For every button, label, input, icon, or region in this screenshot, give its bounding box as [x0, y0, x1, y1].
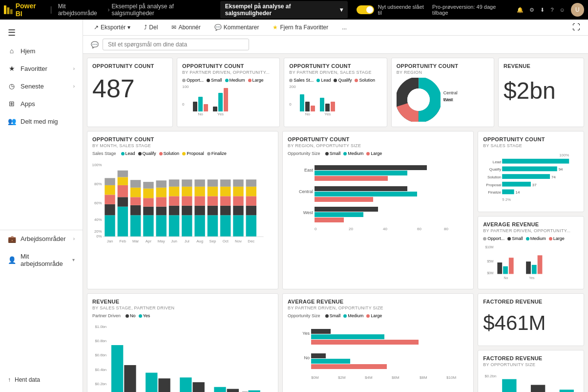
svg-rect-63 [233, 215, 243, 237]
avg-revenue-chart: $10M $5M $0M No Yes [483, 243, 579, 282]
opp-count-value: 487 [92, 70, 168, 108]
svg-text:$0.6bn: $0.6bn [95, 353, 106, 357]
svg-rect-71 [246, 187, 256, 196]
topbar-sep1: | [50, 5, 52, 14]
svg-text:$0M: $0M [311, 375, 319, 380]
sidebar-item-myworkspace[interactable]: 👤 Mit arbejdsområde ▾ [0, 248, 83, 272]
ask-input[interactable] [103, 39, 249, 50]
svg-text:100%: 100% [559, 153, 569, 157]
user-avatar[interactable]: U [571, 3, 584, 17]
svg-text:Central: Central [299, 189, 313, 194]
subscribe-icon: ✉ [171, 24, 176, 31]
svg-rect-110 [502, 174, 550, 179]
download-icon[interactable]: ⬇ [540, 7, 545, 13]
sidebar-item-favorites[interactable]: ★ Favoritter › [0, 60, 83, 77]
svg-text:5 2%: 5 2% [502, 197, 511, 202]
dashboard-content: Opportunity Count 487 Opportunity Count … [83, 54, 588, 392]
avg-revenue-legend: Opport... Small Medium Large [483, 236, 579, 241]
more-label: ... [342, 24, 347, 31]
svg-rect-105 [502, 159, 569, 164]
svg-text:80%: 80% [94, 182, 102, 186]
svg-rect-28 [143, 215, 153, 237]
bar-yes-medium [218, 93, 223, 111]
home-icon: ⌂ [8, 47, 16, 55]
svg-rect-24 [130, 205, 141, 215]
fav-star-icon: ★ [273, 24, 278, 31]
sb-no-qualify [305, 102, 310, 111]
fullscreen-button[interactable]: ⛶ [572, 23, 580, 32]
svg-text:$10M: $10M [446, 375, 456, 380]
svg-text:Finalize: Finalize [488, 190, 501, 195]
svg-rect-21 [118, 177, 128, 185]
legend-r-small: Small [325, 151, 341, 156]
get-data-button[interactable]: ↑ Hent data [0, 371, 83, 388]
card-revenue-sales: Revenue BY SALES STAGE, PARTNER DRIVEN P… [87, 293, 278, 392]
svg-rect-31 [143, 189, 153, 198]
sb-no-lead [300, 94, 304, 111]
sidebar-label-myworkspace: Mit arbejdsområde [21, 253, 67, 267]
export-button[interactable]: ↗ Eksportér ▾ [91, 22, 133, 32]
subscribe-button[interactable]: ✉ Abonnér [168, 22, 203, 32]
notification-icon[interactable]: 🔔 [517, 7, 524, 13]
sidebar-label-workspaces: Arbejdsområder [21, 235, 66, 242]
comment-button[interactable]: 💬 Kommentarer [211, 22, 262, 32]
svg-text:$0.2bn: $0.2bn [485, 374, 497, 378]
help-icon[interactable]: ? [550, 7, 553, 13]
svg-rect-124 [509, 258, 514, 274]
more-button[interactable]: ... [339, 22, 350, 32]
svg-rect-66 [233, 187, 243, 196]
opp-region-size-subtitle: BY REGION, OPPORTUNITY SIZE [288, 143, 468, 148]
svg-rect-32 [143, 182, 153, 189]
svg-text:0%: 0% [96, 234, 102, 239]
svg-text:Nov: Nov [235, 239, 242, 243]
sidebar-label-apps: Apps [21, 100, 35, 108]
settings-icon[interactable]: ⚙ [529, 7, 534, 13]
legend-opp-size: Opportunity Size [288, 151, 320, 156]
sidebar-item-recent[interactable]: ◷ Seneste › [0, 77, 83, 95]
sidebar-toggle[interactable]: ☰ [0, 23, 83, 42]
rev-sales-legend: Partner Driven No Yes [92, 313, 273, 318]
toolbar: ↗ Eksportér ▾ ⤴ Del ✉ Abonnér 💬 Kommenta… [83, 20, 588, 36]
factored-rev2-chart: $0.2bn $0.0bn Large [483, 370, 579, 392]
emoji-icon[interactable]: ☺ [560, 7, 565, 13]
rev-sales-subtitle: BY SALES STAGE, PARTNER DRIVEN [92, 305, 273, 310]
revenue-title: Revenue [504, 63, 579, 69]
sidebar-item-apps[interactable]: ⊞ Apps [0, 95, 83, 112]
get-data-label: Hent data [15, 376, 40, 383]
sales-bar-groups: No Yes [289, 87, 381, 116]
workspace-label[interactable]: Mit arbejdsområde [58, 3, 106, 17]
opp-sales-legend: Sales St... Lead Qualify Solution [289, 78, 381, 83]
svg-rect-58 [220, 215, 231, 237]
svg-rect-170 [560, 390, 574, 392]
sidebar-item-home[interactable]: ⌂ Hjem [0, 42, 83, 60]
legend-ar-medium: Medium [526, 236, 546, 241]
svg-rect-69 [246, 206, 256, 215]
y-100: 100 [182, 85, 189, 89]
report-dropdown-icon[interactable]: ▾ [340, 6, 343, 13]
star-icon: ★ [8, 65, 16, 72]
card-avg-revenue: Average Revenue BY PARTNER DRIVEN, OPPOR… [478, 216, 584, 289]
y-axis: 100 0 [182, 85, 189, 107]
svg-point-6 [407, 88, 430, 111]
svg-rect-34 [156, 207, 167, 216]
svg-rect-155 [311, 340, 419, 345]
legend-m-lead: Lead [121, 151, 135, 156]
bar-groups: No Yes [182, 87, 274, 116]
svg-rect-47 [182, 179, 192, 187]
svg-rect-60 [220, 196, 231, 205]
report-path[interactable]: Eksempel på analyse af salgsmuligheder [111, 3, 216, 17]
sidebar-item-workspaces[interactable]: 💼 Arbejdsområder › [0, 230, 83, 248]
favorite-label: Fjern fra Favoritter [280, 24, 328, 31]
svg-text:$0.4bn: $0.4bn [95, 368, 106, 372]
sidebar-item-shared[interactable]: 👥 Delt med mig [0, 112, 83, 130]
svg-text:37: 37 [532, 183, 537, 187]
favorite-button[interactable]: ★ Fjern fra Favoritter [270, 22, 331, 32]
opp-partner-title: Opportunity Count [182, 63, 274, 69]
svg-text:No: No [504, 276, 508, 280]
share-button[interactable]: ⤴ Del [141, 22, 161, 32]
svg-text:$5M: $5M [487, 260, 494, 263]
new-look-toggle[interactable] [357, 5, 374, 14]
favorites-arrow: › [73, 66, 75, 71]
report-title-bar[interactable]: Eksempel på analyse af salgsmuligheder ▾ [220, 1, 348, 19]
svg-rect-1 [7, 7, 9, 14]
